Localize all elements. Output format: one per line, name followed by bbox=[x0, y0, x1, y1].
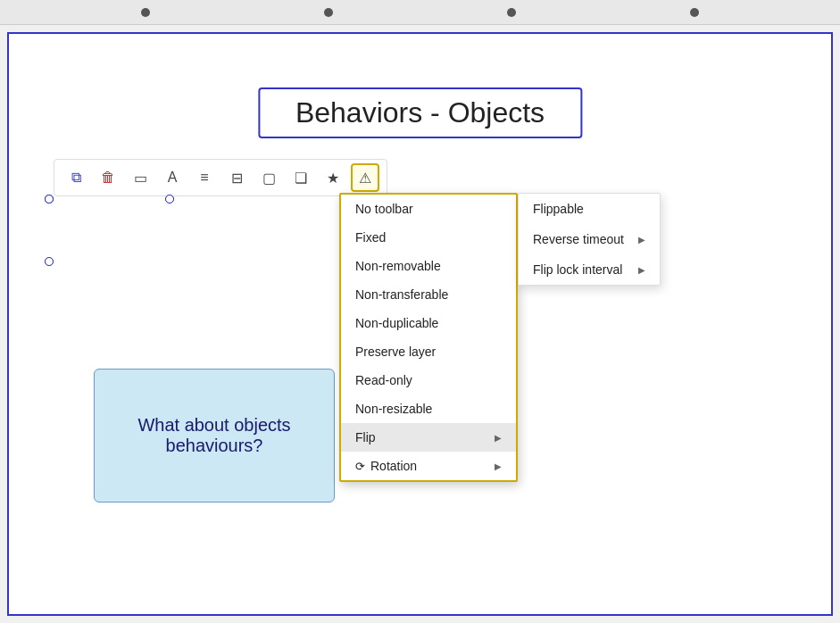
pin-button[interactable]: ★ bbox=[319, 163, 347, 192]
handle-br bbox=[45, 195, 54, 204]
page-title: Behaviors - Objects bbox=[258, 87, 582, 138]
copy-button[interactable]: ⧉ bbox=[62, 163, 90, 192]
menu-item-non-resizable[interactable]: Non-resizable bbox=[341, 395, 516, 423]
dropdown-menu: No toolbarFixedNon-removableNon-transfer… bbox=[339, 193, 518, 482]
submenu-item-flippable[interactable]: Flippable bbox=[519, 194, 660, 224]
menu-item-fixed[interactable]: Fixed bbox=[341, 223, 516, 252]
handle-bm bbox=[165, 195, 174, 204]
menu-item-preserve-layer[interactable]: Preserve layer bbox=[341, 337, 516, 366]
fill-button[interactable]: ▭ bbox=[126, 163, 154, 192]
delete-button[interactable]: 🗑 bbox=[94, 163, 122, 192]
submenu-flip: FlippableReverse timeout▶Flip lock inter… bbox=[518, 193, 661, 286]
border-button[interactable]: ▢ bbox=[254, 163, 283, 192]
menu-item-non-duplicable[interactable]: Non-duplicable bbox=[341, 309, 516, 337]
toolbar: ⧉🗑▭A≡⊟▢❏★⚠ bbox=[54, 159, 387, 196]
top-dot-3 bbox=[507, 8, 516, 17]
menu-item-non-transferable[interactable]: Non-transferable bbox=[341, 280, 516, 309]
handle-mr bbox=[45, 257, 54, 266]
menu-item-flip[interactable]: Flip▶ bbox=[341, 423, 516, 452]
object-card[interactable]: What about objects behaviours? bbox=[94, 369, 335, 503]
behavior-button[interactable]: ⚠ bbox=[351, 163, 379, 192]
top-bar bbox=[0, 0, 840, 25]
menu-item-rotation[interactable]: ⟳Rotation▶ bbox=[341, 452, 516, 480]
text-button[interactable]: A bbox=[158, 163, 187, 192]
align-button[interactable]: ≡ bbox=[190, 163, 219, 192]
menu-item-no-toolbar[interactable]: No toolbar bbox=[341, 195, 516, 223]
submenu-item-flip-lock-interval[interactable]: Flip lock interval▶ bbox=[519, 254, 660, 285]
format-button[interactable]: ⊟ bbox=[222, 163, 251, 192]
menu-item-non-removable[interactable]: Non-removable bbox=[341, 252, 516, 280]
canvas-area: Behaviors - Objects ⧉🗑▭A≡⊟▢❏★⚠ What abou… bbox=[7, 32, 833, 616]
top-dot-2 bbox=[324, 8, 333, 17]
layers-button[interactable]: ❏ bbox=[287, 163, 315, 192]
submenu-item-reverse-timeout[interactable]: Reverse timeout▶ bbox=[519, 224, 660, 254]
top-dot-4 bbox=[690, 8, 699, 17]
top-dot-1 bbox=[141, 8, 150, 17]
menu-item-read-only[interactable]: Read-only bbox=[341, 366, 516, 395]
